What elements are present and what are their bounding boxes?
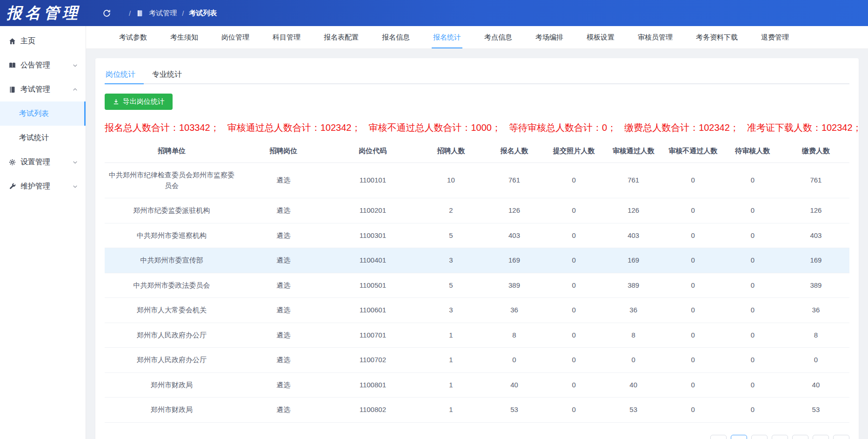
home-icon [8, 37, 16, 45]
tab-考务资料下载[interactable]: 考务资料下载 [684, 26, 749, 48]
table-cell: 0 [663, 198, 723, 223]
pagination-prev-button[interactable] [710, 435, 727, 439]
tab-退费管理[interactable]: 退费管理 [749, 26, 801, 48]
table-cell: 0 [544, 398, 604, 423]
table-cell: 1100201 [328, 198, 417, 223]
tab-考生须知[interactable]: 考生须知 [159, 26, 210, 48]
sidebar: 主页公告管理考试管理考试列表考试统计设置管理维护管理 [0, 26, 86, 439]
page-button-2[interactable]: 2 [751, 435, 768, 439]
table-cell: 0 [544, 223, 604, 248]
table-cell: 53 [484, 398, 544, 423]
app: 报名管理 / 考试管理 / 考试列表 主页公告管理考试管理考试列表考试统计设置管… [0, 0, 868, 439]
tab-岗位管理[interactable]: 岗位管理 [210, 26, 261, 48]
table-cell: 0 [723, 248, 782, 273]
table-row[interactable]: 中共郑州市委巡察机构遴选11003015403040300403 [105, 223, 849, 248]
table-cell: 3 [417, 248, 484, 273]
table-cell: 遴选 [239, 273, 328, 298]
refresh-icon[interactable] [102, 9, 111, 18]
table-cell: 0 [723, 223, 782, 248]
table-cell: 761 [604, 163, 663, 198]
table-row[interactable]: 中共郑州市纪律检查委员会郑州市监察委员会遴选110010110761076100… [105, 163, 849, 198]
tab-考点信息[interactable]: 考点信息 [473, 26, 524, 48]
statistics-subtabs: 岗位统计专业统计 [105, 65, 849, 84]
column-header-审核不通过人数: 审核不通过人数 [663, 140, 723, 163]
summary-segment: 准考证下载人数：102342； [747, 122, 862, 133]
table-cell: 2 [417, 198, 484, 223]
table-cell: 1 [417, 398, 484, 423]
table-row[interactable]: 郑州市财政局遴选11008021530530053 [105, 398, 849, 423]
table-cell: 1100801 [328, 372, 417, 398]
tab-报名表配置[interactable]: 报名表配置 [312, 26, 370, 48]
book-icon [8, 61, 16, 69]
sidebar-item-公告管理[interactable]: 公告管理 [0, 53, 86, 77]
table-cell: 1100501 [328, 273, 417, 298]
table-cell: 126 [604, 198, 663, 223]
table-cell: 0 [663, 163, 723, 198]
pagination-next-button[interactable] [833, 435, 849, 439]
table-cell: 389 [782, 273, 849, 298]
table-cell: 169 [604, 248, 663, 273]
tab-报名统计[interactable]: 报名统计 [421, 26, 473, 48]
summary-segment: 报名总人数合计：103342； [105, 122, 220, 133]
sidebar-item-label: 公告管理 [20, 61, 72, 70]
tab-审核员管理[interactable]: 审核员管理 [626, 26, 684, 48]
journal-icon [136, 9, 144, 17]
page-button-1[interactable]: 1 [731, 435, 747, 439]
sidebar-item-维护管理[interactable]: 维护管理 [0, 174, 86, 198]
table-cell: 5 [417, 273, 484, 298]
table-row[interactable]: 郑州市纪委监委派驻机构遴选11002012126012600126 [105, 198, 849, 223]
summary-segment: 缴费总人数合计：102342； [624, 122, 739, 133]
export-button-label: 导出岗位统计 [123, 97, 165, 106]
table-row[interactable]: 郑州市人民政府办公厅遴选11007021000000 [105, 348, 849, 373]
app-header: 报名管理 / 考试管理 / 考试列表 [0, 0, 868, 26]
table-row[interactable]: 郑州市财政局遴选11008011400400040 [105, 372, 849, 398]
table-cell: 0 [663, 398, 723, 423]
page-button-5[interactable]: 5 [813, 435, 829, 439]
breadcrumb-item-exam-management[interactable]: 考试管理 [149, 9, 177, 18]
table-cell: 0 [663, 273, 723, 298]
table-cell: 53 [604, 398, 663, 423]
table-row[interactable]: 郑州市人大常委会机关遴选11006013360360036 [105, 298, 849, 323]
table-cell: 遴选 [239, 398, 328, 423]
table-cell: 126 [484, 198, 544, 223]
table-cell: 0 [663, 298, 723, 323]
sidebar-item-主页[interactable]: 主页 [0, 29, 86, 53]
table-row[interactable]: 中共郑州市委政法委员会遴选11005015389038900389 [105, 273, 849, 298]
tab-模板设置[interactable]: 模板设置 [575, 26, 626, 48]
table-cell: 126 [782, 198, 849, 223]
table-cell: 36 [484, 298, 544, 323]
tab-考试参数[interactable]: 考试参数 [107, 26, 159, 48]
tab-科目管理[interactable]: 科目管理 [261, 26, 312, 48]
sidebar-item-设置管理[interactable]: 设置管理 [0, 150, 86, 174]
table-cell: 0 [723, 372, 782, 398]
subtab-专业统计[interactable]: 专业统计 [144, 65, 190, 84]
table-cell: 0 [723, 298, 782, 323]
table-row[interactable]: 中共郑州市委宣传部遴选11004013169016900169 [105, 248, 849, 273]
table-cell: 遴选 [239, 223, 328, 248]
table-cell: 5 [417, 223, 484, 248]
table-cell: 40 [782, 372, 849, 398]
table-cell: 0 [663, 372, 723, 398]
sidebar-subitem-考试列表[interactable]: 考试列表 [0, 101, 86, 126]
table-cell: 0 [663, 323, 723, 348]
table-cell: 1 [417, 348, 484, 373]
table-cell: 761 [782, 163, 849, 198]
exam-tabs: 考试参数考生须知岗位管理科目管理报名表配置报名信息报名统计考点信息考场编排模板设… [86, 26, 868, 49]
table-cell: 0 [663, 223, 723, 248]
table-cell: 36 [782, 298, 849, 323]
page-button-4[interactable]: 4 [792, 435, 808, 439]
table-row[interactable]: 郑州市人民政府办公厅遴选11007011808008 [105, 323, 849, 348]
subtab-岗位统计[interactable]: 岗位统计 [105, 65, 144, 84]
export-post-statistics-button[interactable]: 导出岗位统计 [105, 94, 173, 110]
sidebar-item-考试管理[interactable]: 考试管理 [0, 77, 86, 101]
table-cell: 8 [484, 323, 544, 348]
tab-考场编排[interactable]: 考场编排 [524, 26, 575, 48]
column-header-招聘岗位: 招聘岗位 [239, 140, 328, 163]
page-button-3[interactable]: 3 [772, 435, 788, 439]
tab-报名信息[interactable]: 报名信息 [370, 26, 421, 48]
table-cell: 中共郑州市委宣传部 [105, 248, 239, 273]
sidebar-subitem-考试统计[interactable]: 考试统计 [0, 126, 86, 150]
table-cell: 遴选 [239, 298, 328, 323]
table-cell: 0 [604, 348, 663, 373]
summary-segment: 等待审核总人数合计：0； [509, 122, 616, 133]
